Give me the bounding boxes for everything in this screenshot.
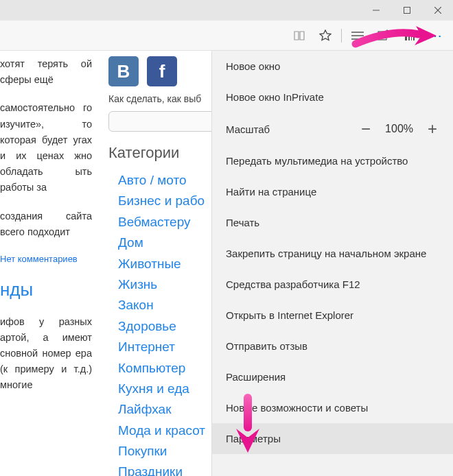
- menu-item[interactable]: Отправить отзыв: [212, 331, 453, 361]
- settings-menu: Новое окноНовое окно InPrivate Масштаб −…: [211, 51, 453, 476]
- no-comments-link[interactable]: Нет комментариев: [0, 252, 92, 267]
- maximize-button[interactable]: [391, 0, 422, 21]
- article-text: самостоятельно го изучите», то которая б…: [0, 100, 92, 195]
- menu-item[interactable]: Передать мультимедиа на устройство: [212, 145, 453, 176]
- zoom-label: Масштаб: [226, 123, 270, 135]
- article-heading: нды: [0, 279, 92, 300]
- menu-item-settings[interactable]: Параметры: [212, 423, 453, 454]
- menu-item[interactable]: Новые возможности и советы: [212, 392, 453, 423]
- menu-item[interactable]: Новое окно: [212, 51, 453, 82]
- svg-rect-8: [405, 31, 407, 40]
- reading-view-icon[interactable]: [286, 23, 312, 49]
- svg-rect-10: [411, 31, 412, 40]
- window-titlebar: [0, 0, 453, 21]
- hub-icon[interactable]: [345, 23, 371, 49]
- browser-toolbar: ⋯: [0, 21, 453, 51]
- zoom-value: 100%: [385, 123, 413, 135]
- menu-item[interactable]: Открыть в Internet Explorer: [212, 300, 453, 331]
- menu-item[interactable]: Расширения: [212, 361, 453, 392]
- more-button[interactable]: ⋯: [423, 23, 449, 49]
- menu-item[interactable]: Закрепить страницу на начальном экране: [212, 238, 453, 269]
- minimize-button[interactable]: [360, 0, 391, 21]
- close-button[interactable]: [422, 0, 453, 21]
- menu-item[interactable]: Новое окно InPrivate: [212, 82, 453, 112]
- zoom-out-button[interactable]: −: [359, 119, 373, 139]
- zoom-row: Масштаб − 100% +: [212, 112, 453, 145]
- article-text: ифов у разных артой, а имеют сновной ном…: [0, 314, 92, 394]
- toolbar-separator: [341, 29, 342, 43]
- article-text: создания сайта всего подходит: [0, 209, 92, 240]
- share-icon[interactable]: [397, 23, 423, 49]
- menu-item[interactable]: Печать: [212, 207, 453, 238]
- article-text: хотят терять ой сферы ещё: [0, 56, 92, 88]
- article-column: хотят терять ой сферы ещё самостоятельно…: [0, 51, 95, 476]
- webnote-icon[interactable]: [371, 23, 397, 49]
- svg-rect-1: [404, 8, 410, 14]
- menu-item[interactable]: Найти на странице: [212, 176, 453, 207]
- menu-item[interactable]: Средства разработчика F12: [212, 269, 453, 300]
- svg-rect-9: [408, 31, 410, 40]
- favorite-icon[interactable]: [312, 23, 338, 49]
- zoom-in-button[interactable]: +: [426, 119, 439, 139]
- fb-button[interactable]: f: [147, 56, 177, 86]
- vk-button[interactable]: B: [108, 56, 139, 86]
- svg-rect-11: [413, 31, 415, 40]
